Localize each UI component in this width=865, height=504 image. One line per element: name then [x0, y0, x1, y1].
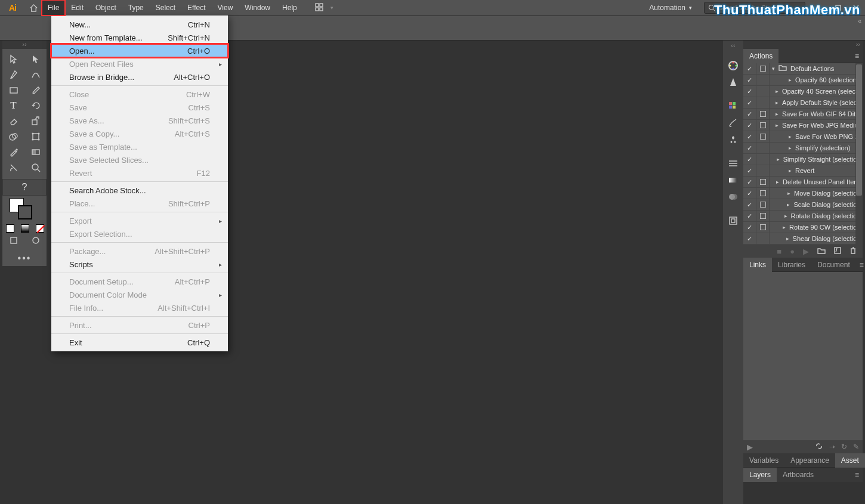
action-row[interactable]: ▸Scale Dialog (selection) — [743, 199, 863, 211]
edit-toolbar-button[interactable]: ••• — [2, 252, 47, 266]
action-row[interactable]: ▸Simplify (selection) — [743, 143, 863, 154]
actions-scrollbar[interactable] — [855, 63, 863, 245]
symbols-icon[interactable] — [723, 131, 743, 148]
svg-rect-2 — [316, 8, 319, 11]
links-panel-menu-icon[interactable]: ≡ — [856, 261, 865, 269]
action-row[interactable]: ▸Opacity 40 Screen (selecti... — [743, 86, 863, 97]
color-guide-icon[interactable] — [723, 74, 743, 91]
stroke-icon[interactable] — [723, 155, 743, 172]
scale-tool[interactable] — [24, 113, 47, 129]
action-row[interactable]: ▾Default Actions — [743, 63, 863, 75]
transparency-icon[interactable] — [723, 188, 743, 205]
action-row[interactable]: ▸Apply Default Style (select... — [743, 97, 863, 109]
menu-select[interactable]: Select — [150, 0, 181, 16]
rotate-tool[interactable] — [24, 98, 47, 113]
stop-icon[interactable]: ■ — [777, 247, 781, 256]
zoom-tool[interactable] — [24, 160, 47, 175]
arrange-documents-icon[interactable] — [315, 3, 323, 13]
workspace-switcher[interactable]: Automation▾ — [643, 4, 698, 12]
slice-tool[interactable] — [2, 160, 24, 175]
shape-builder-tool[interactable] — [2, 129, 24, 144]
svg-point-13 — [32, 139, 33, 141]
type-tool[interactable]: T — [2, 98, 24, 113]
action-row[interactable]: ▸Opacity 60 (selection) — [743, 75, 863, 86]
action-row[interactable]: ▸Simplify Straight (selection) — [743, 154, 863, 165]
swatches-icon[interactable] — [723, 98, 743, 115]
paintbrush-tool[interactable] — [24, 82, 47, 98]
play-icon[interactable]: ▶ — [803, 247, 809, 256]
trash-icon[interactable] — [849, 247, 857, 256]
panels-collapse-handle[interactable]: ›› — [743, 41, 863, 49]
action-row[interactable]: ▸Shear Dialog (selection) — [743, 233, 863, 245]
eyedropper-tool[interactable] — [2, 144, 24, 160]
action-row[interactable]: ▸Rotate 90 CW (selection) — [743, 222, 863, 233]
tab-actions[interactable]: Actions — [743, 49, 778, 63]
tab-artboards[interactable]: Artboards — [777, 468, 820, 482]
action-row[interactable]: ▸Rotate Dialog (selection) — [743, 211, 863, 222]
file-menu-item-scripts[interactable]: Scripts▸ — [51, 258, 228, 271]
action-row[interactable]: ▸Save For Web PNG 24 — [743, 131, 863, 143]
gradient-panel-icon[interactable] — [723, 172, 743, 188]
file-menu-item-new[interactable]: New...Ctrl+N — [51, 18, 228, 31]
tools-collapse-handle[interactable]: ›› — [2, 41, 47, 49]
action-row[interactable]: ▸Move Dialog (selection) — [743, 188, 863, 199]
free-transform-tool[interactable] — [24, 129, 47, 144]
tab-variables[interactable]: Variables — [743, 453, 784, 468]
action-row[interactable]: ▸Save For Web GIF 64 Dith... — [743, 109, 863, 120]
action-row[interactable]: ▸Save For Web JPG Medium — [743, 120, 863, 131]
home-button[interactable] — [25, 4, 42, 13]
direct-selection-tool[interactable] — [24, 51, 47, 67]
links-show-info-icon[interactable]: ▶ — [747, 443, 753, 452]
gradient-tool[interactable] — [24, 144, 47, 160]
color-mode-solid[interactable] — [4, 223, 17, 234]
action-row[interactable]: ▸Revert — [743, 165, 863, 177]
menu-help[interactable]: Help — [276, 0, 303, 16]
eraser-tool[interactable] — [2, 113, 24, 129]
file-menu-item-browse-in-bridge[interactable]: Browse in Bridge...Alt+Ctrl+O — [51, 70, 228, 84]
draw-normal-icon[interactable] — [2, 235, 24, 246]
fill-stroke-colors[interactable] — [2, 196, 47, 221]
tab-document-info[interactable]: Document Info — [811, 258, 856, 272]
unknown-tool[interactable]: ? — [2, 179, 47, 196]
tab-links[interactable]: Links — [743, 258, 772, 272]
relink-icon[interactable] — [815, 443, 823, 452]
actions-panel-menu-icon[interactable]: ≡ — [851, 52, 863, 60]
brushes-icon[interactable] — [723, 115, 743, 131]
menu-edit[interactable]: Edit — [65, 0, 89, 16]
selection-tool[interactable] — [2, 51, 24, 67]
update-link-icon[interactable]: ↻ — [841, 443, 847, 451]
collapse-options-icon[interactable]: « — [858, 17, 861, 24]
dock-collapse-handle[interactable]: ‹‹ — [731, 42, 735, 50]
stroke-color-swatch[interactable] — [18, 205, 32, 219]
action-row[interactable]: ▸Delete Unused Panel Items — [743, 177, 863, 188]
curvature-tool[interactable] — [24, 67, 47, 82]
color-mode-gradient[interactable] — [18, 223, 32, 234]
record-icon[interactable]: ● — [790, 247, 795, 256]
goto-link-icon[interactable]: ➝ — [829, 443, 835, 451]
svg-rect-24 — [729, 102, 732, 105]
file-menu-item-exit[interactable]: ExitCtrl+Q — [51, 336, 228, 349]
color-mode-none[interactable] — [33, 223, 47, 234]
pen-tool[interactable] — [2, 67, 24, 82]
new-action-icon[interactable] — [834, 247, 841, 256]
tab-libraries[interactable]: Libraries — [772, 258, 811, 272]
tab-asset-export[interactable]: Asset Export — [835, 453, 865, 468]
file-menu-item-search-adobe-stock[interactable]: Search Adobe Stock... — [51, 184, 228, 197]
layers-menu-icon[interactable]: ≡ — [851, 471, 863, 479]
tab-layers[interactable]: Layers — [743, 468, 777, 482]
menu-file[interactable]: File — [42, 0, 65, 16]
align-icon[interactable] — [723, 212, 743, 229]
menu-object[interactable]: Object — [89, 0, 122, 16]
edit-original-icon[interactable]: ✎ — [853, 443, 859, 451]
menu-type[interactable]: Type — [122, 0, 150, 16]
menu-view[interactable]: View — [212, 0, 239, 16]
new-folder-icon[interactable] — [817, 247, 826, 256]
color-panel-icon[interactable] — [723, 57, 743, 74]
rectangle-tool[interactable] — [2, 82, 24, 98]
file-menu-item-new-from-template[interactable]: New from Template...Shift+Ctrl+N — [51, 31, 228, 44]
menu-effect[interactable]: Effect — [181, 0, 211, 16]
tab-appearance[interactable]: Appearance — [784, 453, 835, 468]
draw-behind-icon[interactable] — [24, 235, 47, 246]
menu-window[interactable]: Window — [239, 0, 276, 16]
file-menu-item-open[interactable]: Open...Ctrl+O — [51, 44, 228, 57]
